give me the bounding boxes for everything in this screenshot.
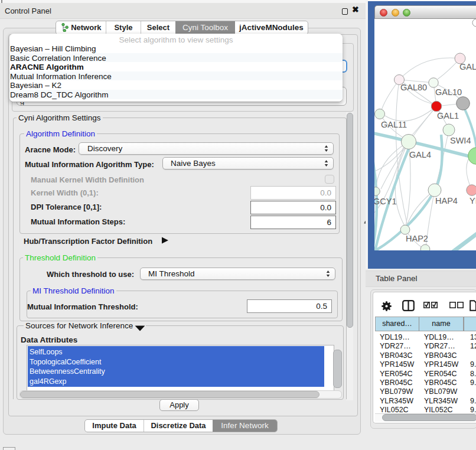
- svg-text:GAL10: GAL10: [435, 87, 462, 97]
- svg-text:GCY1: GCY1: [374, 197, 397, 206]
- svg-text:HAP2: HAP2: [406, 234, 428, 243]
- svg-text:GAL1: GAL1: [437, 111, 459, 120]
- svg-text:SWI4: SWI4: [450, 136, 471, 145]
- svg-text:HAP4: HAP4: [435, 196, 458, 206]
- svg-text:GAL80: GAL80: [400, 83, 427, 92]
- svg-text:GAL11: GAL11: [381, 120, 407, 129]
- svg-text:GAL3: GAL3: [459, 62, 476, 71]
- svg-text:YB: YB: [470, 196, 476, 206]
- svg-text:GAL4: GAL4: [409, 150, 431, 159]
